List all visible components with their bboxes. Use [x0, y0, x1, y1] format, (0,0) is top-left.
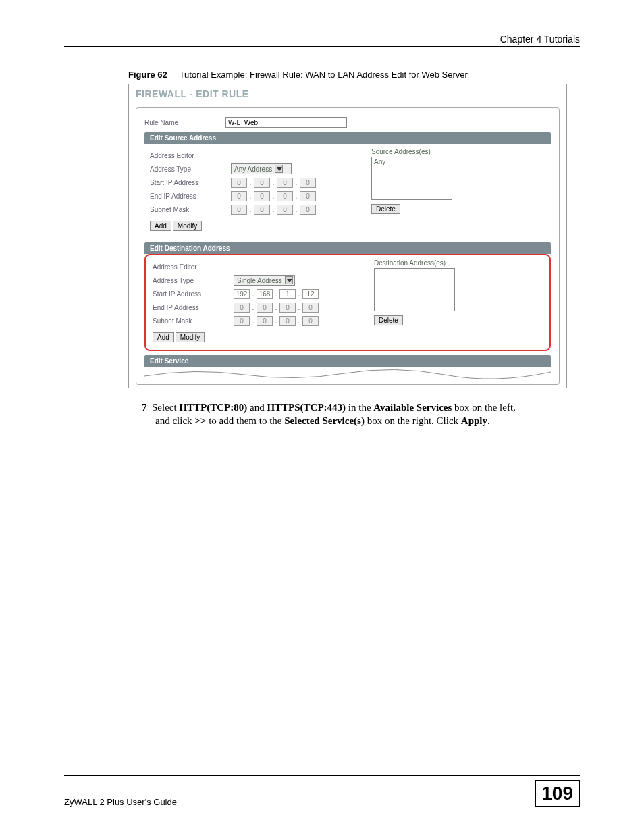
step-7-text: 7 Select HTTP(TCP:80) and HTTPS(TCP:443)… [142, 400, 533, 428]
dest-header: Edit Destination Address [144, 242, 551, 254]
source-modify-button[interactable]: Modify [173, 221, 202, 231]
source-section: Address Editor Address Type Any Address … [144, 144, 551, 238]
dest-editor-label: Address Editor [153, 263, 234, 271]
service-header: Edit Service [144, 355, 551, 367]
source-header: Edit Source Address [144, 132, 551, 144]
page-number: 109 [535, 780, 580, 807]
source-address-type-label: Address Type [150, 165, 231, 173]
figure-caption: Figure 62 Tutorial Example: Firewall Rul… [128, 70, 580, 80]
source-addresses-label: Source Address(es) [371, 148, 545, 155]
dest-highlight: Address Editor Address Type Single Addre… [144, 254, 551, 351]
rule-name-input[interactable] [225, 117, 347, 128]
step-number: 7 [142, 402, 147, 413]
dest-addresses-label: Destination Address(es) [374, 259, 543, 267]
chevron-down-icon [285, 276, 293, 284]
dest-start-ip[interactable]: 192. 168. 1. 12 [234, 289, 319, 299]
source-editor-label: Address Editor [150, 152, 231, 159]
list-item[interactable]: Any [374, 158, 450, 165]
source-delete-button[interactable]: Delete [371, 204, 400, 214]
dest-address-type-select[interactable]: Single Address [234, 275, 295, 286]
dest-mask-label: Subnet Mask [153, 317, 234, 325]
rule-name-label: Rule Name [144, 119, 225, 126]
dest-start-ip-label: Start IP Address [153, 290, 234, 298]
chevron-down-icon [275, 165, 283, 173]
guide-title: ZyWALL 2 Plus User's Guide [64, 797, 177, 807]
page-footer: ZyWALL 2 Plus User's Guide 109 [64, 775, 580, 807]
source-add-button[interactable]: Add [150, 221, 171, 231]
dest-modify-button[interactable]: Modify [176, 332, 205, 342]
chapter-header: Chapter 4 Tutorials [64, 34, 580, 47]
cutoff-wave-icon [144, 367, 551, 379]
source-mask-label: Subnet Mask [150, 206, 231, 213]
source-address-type-value: Any Address [234, 165, 272, 173]
dest-address-type-label: Address Type [153, 277, 234, 284]
source-address-type-select[interactable]: Any Address [231, 163, 292, 174]
dest-add-button[interactable]: Add [153, 332, 174, 342]
source-start-ip-label: Start IP Address [150, 179, 231, 186]
figure-caption-text: Tutorial Example: Firewall Rule: WAN to … [180, 70, 468, 80]
edit-rule-panel: Rule Name Edit Source Address Address Ed… [136, 107, 560, 385]
screenshot-title: FIREWALL - EDIT RULE [129, 84, 566, 105]
figure-label: Figure 62 [128, 70, 167, 80]
dest-addresses-list[interactable] [374, 268, 455, 311]
source-start-ip[interactable]: 0. 0. 0. 0 [231, 178, 316, 188]
source-end-ip-label: End IP Address [150, 192, 231, 200]
dest-mask[interactable]: 0. 0. 0. 0 [234, 316, 319, 326]
screenshot-panel: FIREWALL - EDIT RULE Rule Name Edit Sour… [128, 84, 567, 388]
source-addresses-list[interactable]: Any [371, 157, 452, 200]
dest-end-ip-label: End IP Address [153, 304, 234, 311]
dest-address-type-value: Single Address [237, 277, 282, 284]
dest-delete-button[interactable]: Delete [374, 315, 403, 325]
source-end-ip[interactable]: 0. 0. 0. 0 [231, 191, 316, 201]
dest-end-ip[interactable]: 0. 0. 0. 0 [234, 303, 319, 313]
source-mask[interactable]: 0. 0. 0. 0 [231, 205, 316, 215]
